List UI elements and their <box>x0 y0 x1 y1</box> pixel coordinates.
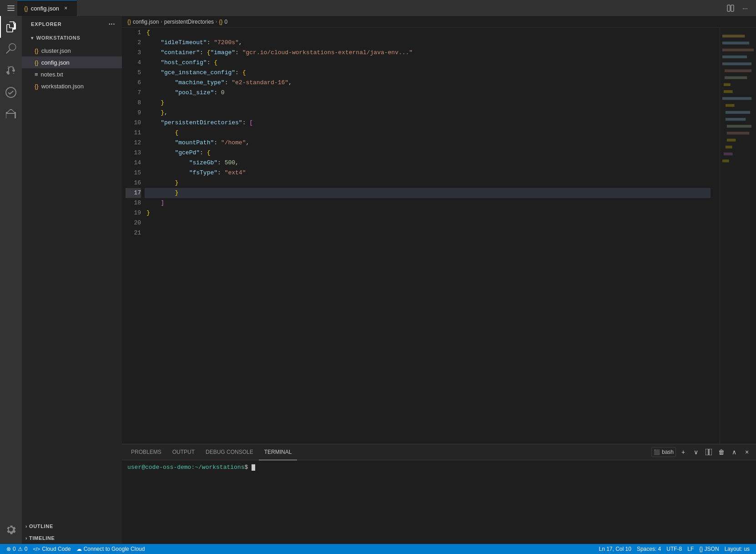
language-text: {} JSON <box>699 546 719 552</box>
more-actions-button[interactable]: ··· <box>739 2 751 15</box>
prompt-symbol: $ <box>244 464 252 471</box>
code-line-15: "fsType": "ext4" <box>145 168 711 178</box>
close-panel-button[interactable]: × <box>741 447 752 457</box>
titlebar-actions: ··· <box>724 2 751 15</box>
activity-bottom <box>0 518 22 544</box>
svg-rect-22 <box>724 152 733 155</box>
svg-rect-16 <box>726 111 750 114</box>
breadcrumb: {} config.json › persistentDirectories ›… <box>122 16 756 28</box>
activity-extensions[interactable] <box>0 103 22 125</box>
status-errors[interactable]: ⊗ 0 ⚠ 0 <box>4 544 30 554</box>
svg-rect-25 <box>709 449 712 455</box>
timeline-label: TIMELINE <box>29 535 55 541</box>
panel-tabs: PROBLEMS OUTPUT DEBUG CONSOLE TERMINAL ⬛ <box>122 444 756 460</box>
menu-icon[interactable] <box>5 2 17 15</box>
connect-cloud-label: Connect to Google Cloud <box>84 546 145 552</box>
activity-source-control[interactable] <box>0 60 22 81</box>
svg-rect-10 <box>725 69 751 72</box>
cluster-json-label: cluster.json <box>41 47 71 54</box>
file-config-json[interactable]: {} config.json <box>22 56 122 68</box>
status-encoding[interactable]: UTF-8 <box>664 546 685 552</box>
tab-bar: {} config.json × <box>17 0 724 16</box>
tab-label: config.json <box>31 5 59 12</box>
timeline-section[interactable]: › TIMELINE <box>22 532 122 544</box>
svg-rect-20 <box>727 139 736 142</box>
tab-close-button[interactable]: × <box>62 4 70 12</box>
svg-rect-11 <box>725 76 747 79</box>
output-label: OUTPUT <box>172 449 195 455</box>
tab-problems[interactable]: PROBLEMS <box>126 445 167 460</box>
breadcrumb-sep-1: › <box>161 19 162 24</box>
terminal-prompt: user@code-oss-demo:~/workstations$ <box>127 463 751 472</box>
panel-actions: ⬛ bash + ∨ 🗑 ∧ × <box>651 447 752 457</box>
breadcrumb-persistent-dirs[interactable]: persistentDirectories <box>164 19 214 25</box>
timeline-chevron-icon: › <box>25 536 27 541</box>
status-spaces[interactable]: Spaces: 4 <box>634 546 664 552</box>
status-eol[interactable]: LF <box>685 546 696 552</box>
config-json-icon: {} <box>35 59 39 66</box>
tab-debug-console[interactable]: DEBUG CONSOLE <box>200 445 259 460</box>
file-notes-txt[interactable]: ≡ notes.txt <box>22 68 122 80</box>
activity-search[interactable] <box>0 38 22 60</box>
bash-icon: ⬛ <box>654 449 660 455</box>
status-position[interactable]: Ln 17, Col 10 <box>596 546 634 552</box>
file-cluster-json[interactable]: {} cluster.json <box>22 45 122 56</box>
code-line-4: "host_config": { <box>145 58 711 68</box>
svg-rect-19 <box>727 132 749 135</box>
code-line-5: "gce_instance_config": { <box>145 68 711 78</box>
tab-output[interactable]: OUTPUT <box>167 445 200 460</box>
breadcrumb-config-json[interactable]: config.json <box>133 19 159 25</box>
sidebar-header: EXPLORER ··· <box>22 16 122 32</box>
error-icon: ⊗ <box>6 546 11 552</box>
split-terminal-dropdown[interactable]: ∨ <box>690 447 701 457</box>
tab-config-json[interactable]: {} config.json × <box>17 0 77 16</box>
activity-explorer[interactable] <box>0 16 22 38</box>
svg-rect-1 <box>7 8 15 9</box>
svg-rect-18 <box>727 125 751 127</box>
workstations-section[interactable]: ▾ WORKSTATIONS <box>22 32 122 45</box>
status-language[interactable]: {} JSON <box>696 546 721 552</box>
notes-txt-icon: ≡ <box>35 71 38 78</box>
bash-text: bash <box>662 449 674 455</box>
file-workstation-json[interactable]: {} workstation.json <box>22 80 122 92</box>
warning-count: 0 <box>25 546 28 552</box>
code-line-14: "sizeGb": 500, <box>145 158 711 168</box>
code-editor[interactable]: 12345 678910 1112131415 161718 192021 { … <box>122 28 756 444</box>
bash-label[interactable]: ⬛ bash <box>651 447 676 457</box>
maximize-panel-button[interactable]: ∧ <box>729 447 740 457</box>
layout-text: Layout: us <box>725 546 750 552</box>
problems-label: PROBLEMS <box>131 449 161 455</box>
main-container: EXPLORER ··· ▾ WORKSTATIONS {} cluster.j… <box>0 16 756 544</box>
activity-settings[interactable] <box>0 518 22 540</box>
outline-label: OUTLINE <box>29 524 53 529</box>
breadcrumb-index[interactable]: 0 <box>224 19 227 25</box>
svg-rect-12 <box>724 83 731 86</box>
status-cloud-code[interactable]: </> Cloud Code <box>30 544 73 554</box>
code-line-16: } <box>145 178 711 188</box>
status-right: Ln 17, Col 10 Spaces: 4 UTF-8 LF {} JSON… <box>596 546 752 552</box>
line-numbers: 12345 678910 1112131415 161718 192021 <box>122 28 145 444</box>
error-count: 0 <box>13 546 16 552</box>
status-connect-cloud[interactable]: ☁ Connect to Google Cloud <box>74 544 148 554</box>
code-line-7: "pool_size": 0 <box>145 88 711 98</box>
code-line-21 <box>145 228 711 238</box>
svg-rect-8 <box>722 56 747 58</box>
code-content[interactable]: { "idleTimeout": "7200s", "container": {… <box>145 28 720 444</box>
sidebar: EXPLORER ··· ▾ WORKSTATIONS {} cluster.j… <box>22 16 122 544</box>
workstations-chevron-icon: ▾ <box>31 36 34 41</box>
terminal-content[interactable]: user@code-oss-demo:~/workstations$ <box>122 460 756 544</box>
workstations-label: WORKSTATIONS <box>36 35 81 41</box>
kill-terminal-button[interactable]: 🗑 <box>716 447 727 457</box>
status-layout[interactable]: Layout: us <box>722 546 752 552</box>
new-terminal-button[interactable]: + <box>678 447 689 457</box>
code-line-3: "container": {"image": "gcr.io/cloud-wor… <box>145 48 711 58</box>
activity-run-debug[interactable] <box>0 81 22 103</box>
terminal-layout-button[interactable] <box>703 447 714 457</box>
outline-section[interactable]: › OUTLINE <box>22 520 122 532</box>
split-editor-button[interactable] <box>724 2 737 15</box>
breadcrumb-sep-2: › <box>216 19 217 24</box>
prompt-user: user@code-oss-demo:~/workstations <box>127 464 244 471</box>
explorer-more-button[interactable]: ··· <box>107 20 116 29</box>
tab-terminal[interactable]: TERMINAL <box>259 445 297 460</box>
code-line-13: "gcePd": { <box>145 148 711 158</box>
